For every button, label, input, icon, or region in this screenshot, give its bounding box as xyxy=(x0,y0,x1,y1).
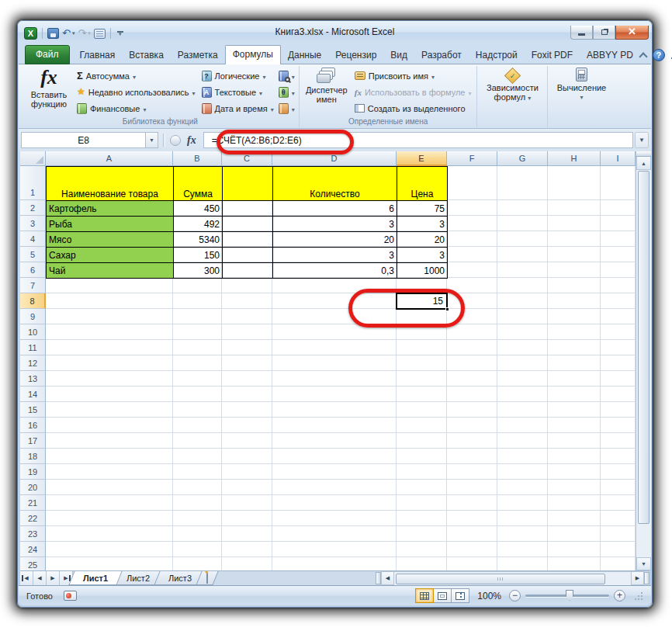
customize-quick-access-icon[interactable]: ▾ xyxy=(117,31,123,36)
tab-insert[interactable]: Вставка xyxy=(122,47,171,64)
row-header-3[interactable]: 3 xyxy=(20,216,46,231)
zoom-slider[interactable] xyxy=(525,595,609,597)
column-header-F[interactable]: F xyxy=(447,151,497,166)
horizontal-scrollbar-track[interactable] xyxy=(394,571,631,585)
cell-A3[interactable]: Рыба xyxy=(47,217,174,232)
tab-review[interactable]: Рецензир xyxy=(328,47,383,64)
cell-B3[interactable]: 492 xyxy=(174,217,223,232)
undo-icon[interactable]: ↶ xyxy=(62,27,71,40)
scrollbar-split-handle[interactable] xyxy=(376,572,381,584)
column-header-B[interactable]: B xyxy=(173,151,222,166)
row-header-21[interactable]: 21 xyxy=(20,495,46,511)
cell-A5[interactable]: Сахар xyxy=(47,248,174,263)
insert-function-fx-icon[interactable]: fx xyxy=(187,134,196,147)
row-header-16[interactable]: 16 xyxy=(20,418,46,433)
row-header-2[interactable]: 2 xyxy=(20,200,46,216)
zoom-out-icon[interactable]: − xyxy=(509,590,521,602)
formula-auditing-button[interactable]: Зависимости формул ▾ xyxy=(480,66,545,116)
page-break-view-button[interactable] xyxy=(451,588,469,603)
cell-D3[interactable]: 3 xyxy=(273,217,397,232)
column-header-H[interactable]: H xyxy=(548,151,601,166)
row-header-18[interactable]: 18 xyxy=(20,449,46,464)
resize-grip[interactable] xyxy=(633,591,643,601)
scrollbar-split-handle[interactable] xyxy=(636,151,651,157)
cell-E3[interactable]: 3 xyxy=(397,217,448,232)
tab-abbyy[interactable]: ABBYY PD xyxy=(580,47,640,64)
cell-E6[interactable]: 1000 xyxy=(397,263,448,279)
row-header-23[interactable]: 23 xyxy=(20,526,46,542)
column-header-G[interactable]: G xyxy=(497,151,548,166)
zoom-slider-handle[interactable] xyxy=(566,590,573,601)
scrollbar-split-handle[interactable] xyxy=(644,572,649,584)
scroll-down-icon[interactable]: ▼ xyxy=(636,557,651,570)
calculation-button[interactable]: Вычисление ▾ xyxy=(550,66,612,116)
row-header-10[interactable]: 10 xyxy=(20,324,46,340)
cell-E4[interactable]: 20 xyxy=(397,232,448,248)
row-header-13[interactable]: 13 xyxy=(20,371,46,387)
close-button[interactable]: ✕ xyxy=(615,26,649,40)
tab-data[interactable]: Данные xyxy=(281,47,328,64)
row-header-8[interactable]: 8 xyxy=(20,293,46,309)
lookup-reference-button[interactable] xyxy=(277,68,296,84)
logical-button[interactable]: ? Логические xyxy=(199,68,277,84)
cell-B1[interactable]: Сумма xyxy=(174,167,223,201)
row-header-5[interactable]: 5 xyxy=(20,247,46,262)
cell-A2[interactable]: Картофель xyxy=(47,201,174,217)
column-header-A[interactable]: A xyxy=(46,151,173,166)
formula-bar-button[interactable] xyxy=(170,135,181,146)
cell-C1[interactable] xyxy=(223,167,273,201)
vertical-scrollbar-thumb[interactable] xyxy=(638,171,649,524)
cell-A1[interactable]: Наименование товара xyxy=(47,167,174,201)
first-sheet-icon[interactable]: ◀ xyxy=(20,571,33,585)
tab-formulas[interactable]: Формулы xyxy=(225,45,281,64)
cell-E2[interactable]: 75 xyxy=(397,201,448,217)
restore-button[interactable] xyxy=(593,26,615,40)
row-header-11[interactable]: 11 xyxy=(20,340,46,355)
next-sheet-icon[interactable]: ▶ xyxy=(47,571,60,585)
cell-D6[interactable]: 0,3 xyxy=(273,263,397,279)
column-header-D[interactable]: D xyxy=(272,151,397,166)
define-name-button[interactable]: Присвоить имя xyxy=(352,68,475,84)
sheet-tab-list1[interactable]: Лист1 xyxy=(68,571,122,585)
insert-function-button[interactable]: fx Вставить функцию xyxy=(24,66,74,116)
page-layout-view-button[interactable] xyxy=(433,588,452,603)
vertical-scrollbar[interactable]: ▲ ▼ xyxy=(636,151,651,570)
cell-C4[interactable] xyxy=(223,232,273,248)
minimize-button[interactable] xyxy=(570,26,593,40)
cell-A6[interactable]: Чай xyxy=(47,263,174,279)
name-box[interactable]: E8 xyxy=(21,132,145,148)
scroll-left-icon[interactable]: ◀ xyxy=(381,571,394,585)
cell-B2[interactable]: 450 xyxy=(174,201,223,217)
scroll-up-icon[interactable]: ▲ xyxy=(636,157,651,170)
help-icon[interactable]: ? xyxy=(653,49,665,61)
column-header-I[interactable]: I xyxy=(601,151,636,166)
normal-view-button[interactable] xyxy=(415,588,434,603)
zoom-in-icon[interactable]: + xyxy=(614,590,625,602)
date-time-button[interactable]: Дата и время xyxy=(199,100,277,116)
row-header-17[interactable]: 17 xyxy=(20,433,46,449)
cell-C5[interactable] xyxy=(223,248,273,263)
more-functions-button[interactable] xyxy=(277,100,296,116)
cell-B5[interactable]: 150 xyxy=(174,248,223,263)
text-functions-button[interactable]: A Текстовые xyxy=(199,84,277,100)
formula-input[interactable]: =СЧЁТ(A2:B6;D2:E6) xyxy=(203,132,633,148)
row-header-4[interactable]: 4 xyxy=(20,231,46,247)
row-header-7[interactable]: 7 xyxy=(20,278,46,293)
cell-D1[interactable]: Количество xyxy=(273,167,397,201)
autosum-button[interactable]: Σ Автосумма xyxy=(74,68,199,84)
cell-C3[interactable] xyxy=(223,217,273,232)
cell-C2[interactable] xyxy=(223,201,273,217)
row-header-6[interactable]: 6 xyxy=(20,262,46,278)
zoom-level-label[interactable]: 100% xyxy=(477,591,501,602)
collapse-ribbon-icon[interactable] xyxy=(639,52,647,61)
column-header-C[interactable]: C xyxy=(222,151,272,166)
cell-E5[interactable]: 3 xyxy=(397,248,448,263)
cell-A4[interactable]: Мясо xyxy=(47,232,174,248)
previous-sheet-icon[interactable]: ◀ xyxy=(33,571,47,585)
row-header-1[interactable]: 1 xyxy=(20,166,46,200)
row-header-15[interactable]: 15 xyxy=(20,402,46,418)
financial-button[interactable]: Финансовые xyxy=(74,100,199,116)
horizontal-scrollbar[interactable]: ◀ ▶ xyxy=(376,571,649,585)
name-manager-button[interactable]: Диспетчер имен xyxy=(302,66,352,116)
row-header-9[interactable]: 9 xyxy=(20,309,46,324)
